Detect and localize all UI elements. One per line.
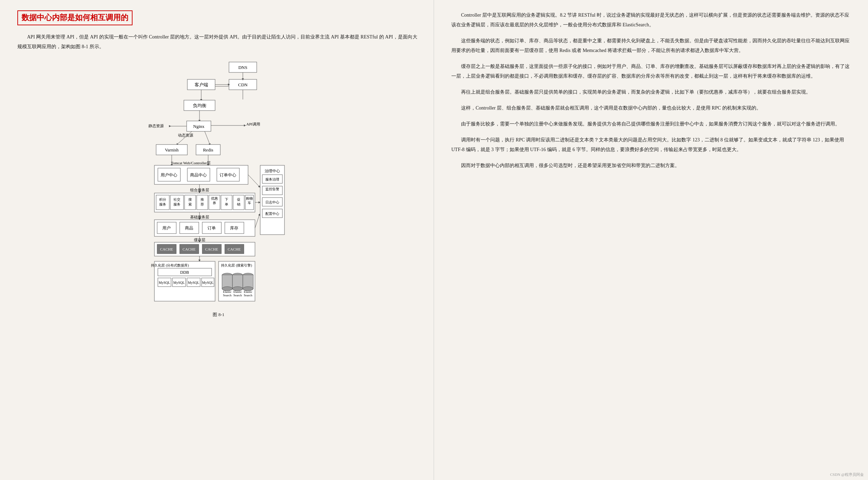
svg-text:券: 券 <box>213 201 216 205</box>
svg-text:Elastic: Elastic <box>223 290 232 294</box>
svg-text:商品: 商品 <box>185 226 193 230</box>
page-container: 数据中心内部是如何相互调用的 API 网关用来管理 API，但是 API 的实现… <box>0 0 868 480</box>
svg-text:日志中心: 日志中心 <box>265 200 279 204</box>
svg-text:基础服务层: 基础服务层 <box>190 215 209 219</box>
svg-text:积分: 积分 <box>159 198 166 201</box>
svg-text:Elastic: Elastic <box>233 290 242 294</box>
svg-text:CDN: CDN <box>238 82 248 87</box>
architecture-diagram: DNS 客户端 CDN 负均衡 <box>17 59 420 318</box>
svg-text:CACHE: CACHE <box>228 247 241 251</box>
right-para-2: 这些服务端的状态，例如订单、库存、商品等状态，都是重中之重，都需要持久化到硬盘上… <box>451 36 851 55</box>
svg-text:CACHE: CACHE <box>160 247 173 251</box>
svg-text:DNS: DNS <box>238 65 247 70</box>
right-para-4: 再往上就是组合服务层。基础服务层只提供简单的接口，实现简单的业务逻辑，而复杂的业… <box>451 87 851 97</box>
svg-line-87 <box>255 215 259 228</box>
svg-text:索: 索 <box>188 202 192 206</box>
svg-text:购物: 购物 <box>246 197 253 200</box>
svg-text:Redis: Redis <box>203 147 213 152</box>
svg-text:监控告警: 监控告警 <box>265 187 279 191</box>
right-para-7: 调用时有一个问题，执行 RPC 调用时应该用二进制还是文本类？文本类最大的问题是… <box>451 135 851 155</box>
svg-text:服务治理: 服务治理 <box>265 177 279 181</box>
svg-text:治理中心: 治理中心 <box>265 169 280 173</box>
svg-text:销: 销 <box>237 202 240 206</box>
svg-line-22 <box>205 131 210 145</box>
svg-text:库存: 库存 <box>230 226 238 230</box>
svg-text:用户: 用户 <box>162 226 171 230</box>
svg-line-47 <box>248 175 259 187</box>
svg-text:Search: Search <box>244 294 253 297</box>
right-para-3: 缓存层之上一般是基础服务层，这里面提供一些原子化的接口，例如对于用户、商品、订单… <box>451 62 851 81</box>
svg-text:社交: 社交 <box>173 198 180 201</box>
svg-text:商品中心: 商品中心 <box>190 173 207 177</box>
figure-label: 图 8-1 <box>213 312 224 318</box>
svg-text:客户端: 客户端 <box>195 82 208 87</box>
left-column: 数据中心内部是如何相互调用的 API 网关用来管理 API，但是 API 的实现… <box>0 0 434 480</box>
svg-text:搜: 搜 <box>188 198 192 201</box>
right-para-6: 由于服务比较多，需要一个单独的注册中心来做服务发现。服务提供方会将自己提供哪些服… <box>451 119 851 129</box>
svg-text:CACHE: CACHE <box>182 247 196 251</box>
watermark: CSDN @程序员阿金 <box>830 472 864 477</box>
svg-text:订单中心: 订单中心 <box>220 173 236 177</box>
right-column: Controller 层中是互联网应用的业务逻辑实现。8.2 节讲 RESTfu… <box>434 0 868 480</box>
svg-text:MySQL: MySQL <box>188 281 199 285</box>
chapter-title: 数据中心内部是如何相互调用的 <box>17 10 133 25</box>
intro-text: API 网关用来管理 API，但是 API 的实现一般在一个叫作 Control… <box>17 32 420 52</box>
svg-text:负均衡: 负均衡 <box>193 103 206 108</box>
svg-text:推: 推 <box>201 198 204 201</box>
svg-text:下: 下 <box>225 198 228 201</box>
svg-text:车: 车 <box>248 201 251 205</box>
svg-text:DDB: DDB <box>180 270 189 275</box>
svg-text:服务: 服务 <box>173 202 180 206</box>
svg-text:CACHE: CACHE <box>205 247 218 251</box>
svg-text:Tomcat Web/Controller层: Tomcat Web/Controller层 <box>171 161 211 165</box>
svg-text:持久化层 (分布式数据库): 持久化层 (分布式数据库) <box>151 263 189 268</box>
svg-text:静态资源: 静态资源 <box>148 124 164 128</box>
svg-text:优惠: 优惠 <box>211 197 218 200</box>
diagram-svg: DNS 客户端 CDN 负均衡 <box>135 59 302 308</box>
right-para-1: Controller 层中是互联网应用的业务逻辑实现。8.2 节讲 RESTfu… <box>451 10 851 30</box>
svg-text:促: 促 <box>237 198 240 201</box>
svg-text:服务: 服务 <box>159 202 166 206</box>
svg-text:用户中心: 用户中心 <box>161 173 177 177</box>
svg-text:订单: 订单 <box>207 226 216 230</box>
right-para-5: 这样，Controller 层、组合服务层、基础服务层就会相互调用，这个调用是在… <box>451 103 851 113</box>
svg-text:动态资源: 动态资源 <box>178 133 193 137</box>
svg-text:MySQL: MySQL <box>173 281 185 285</box>
svg-text:Elastic: Elastic <box>244 290 253 294</box>
svg-text:持久化层 (搜索引擎): 持久化层 (搜索引擎) <box>221 263 252 268</box>
svg-text:组合服务层: 组合服务层 <box>190 188 209 192</box>
svg-text:MySQL: MySQL <box>202 281 214 285</box>
svg-text:Nginx: Nginx <box>193 124 205 129</box>
svg-text:Search: Search <box>223 294 232 297</box>
svg-text:API调用: API调用 <box>246 122 260 126</box>
svg-text:Varnish: Varnish <box>165 147 179 152</box>
svg-text:单: 单 <box>225 202 228 206</box>
svg-text:Search: Search <box>233 294 242 297</box>
svg-text:荐: 荐 <box>201 202 204 206</box>
svg-text:配置中心: 配置中心 <box>265 212 279 216</box>
right-para-8: 因而对于数据中心内部的相互调用，很多公司选型时，还是希望采用更加省空间和带宽的二… <box>451 161 851 171</box>
svg-text:MySQL: MySQL <box>159 281 170 285</box>
